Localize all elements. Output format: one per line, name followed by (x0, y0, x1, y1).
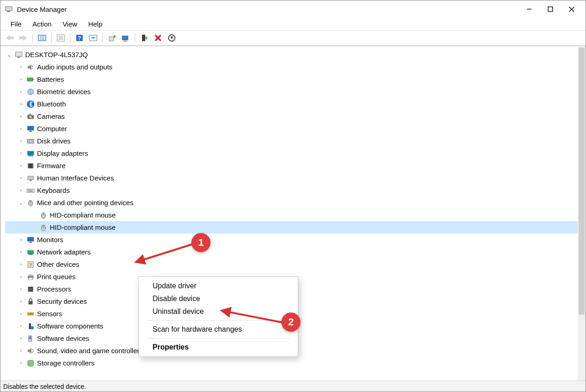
app-icon (4, 5, 13, 14)
expand-icon[interactable]: › (18, 76, 24, 82)
menu-separator (147, 338, 290, 339)
tree-category[interactable]: ›Batteries (5, 73, 586, 85)
enable-button[interactable] (138, 32, 151, 44)
svg-rect-75 (29, 277, 33, 280)
menu-separator (147, 320, 290, 321)
cpu-icon (26, 285, 35, 294)
context-disable-device[interactable]: Disable device (139, 292, 298, 305)
expand-icon[interactable]: › (18, 187, 24, 193)
tree-category[interactable]: ›Audio inputs and outputs (5, 61, 586, 73)
tree-category-label: Computer (37, 125, 67, 132)
update-driver-button[interactable] (106, 32, 118, 44)
scan-hardware-button[interactable] (119, 32, 132, 44)
expand-icon[interactable]: › (18, 89, 24, 95)
tree-category[interactable]: ›Bluetooth (5, 98, 586, 110)
svg-rect-47 (28, 155, 33, 156)
camera-icon (26, 112, 35, 121)
show-hidden-button[interactable] (87, 32, 100, 44)
tree-category-label: Processors (37, 285, 71, 293)
minimize-button[interactable] (519, 2, 540, 16)
context-scan-hardware[interactable]: Scan for hardware changes (139, 323, 298, 336)
tree-category[interactable]: ›Human Interface Devices (5, 172, 586, 184)
svg-marker-85 (28, 348, 32, 354)
uninstall-button[interactable] (152, 32, 164, 44)
window-title: Device Manager (17, 5, 67, 13)
context-uninstall-device[interactable]: Uninstall device (139, 305, 298, 318)
show-hide-console-button[interactable] (36, 32, 48, 44)
collapse-icon[interactable]: ⌄ (18, 200, 24, 206)
menu-action[interactable]: Action (28, 19, 56, 29)
storage-icon (26, 359, 35, 368)
context-properties[interactable]: Properties (139, 341, 298, 354)
expand-icon[interactable]: › (18, 348, 24, 354)
svg-marker-21 (114, 35, 116, 38)
menu-file[interactable]: File (6, 19, 26, 29)
tree-category[interactable]: ⌄Mice and other pointing devices (5, 196, 586, 209)
expand-icon[interactable]: › (18, 335, 24, 341)
tree-category[interactable]: ›Disk drives (5, 135, 586, 147)
expand-icon[interactable]: › (18, 138, 24, 144)
expand-icon[interactable]: › (18, 150, 24, 156)
svg-rect-48 (28, 163, 33, 168)
help-button[interactable]: ? (73, 32, 86, 44)
vertical-scrollbar[interactable] (578, 47, 586, 381)
maximize-button[interactable] (540, 2, 561, 16)
svg-rect-58 (30, 190, 31, 191)
tree-device[interactable]: HID-compliant mouse (5, 221, 586, 233)
tree-category-label: Print queues (37, 273, 75, 281)
tree-device[interactable]: HID-compliant mouse (5, 209, 586, 221)
svg-rect-24 (142, 35, 145, 41)
close-button[interactable] (561, 2, 582, 16)
expand-icon[interactable]: › (18, 261, 24, 267)
tree-category[interactable]: ›Firmware (5, 159, 586, 172)
tree-category[interactable]: ›Computer (5, 122, 586, 135)
tree-device-label: HID-compliant mouse (50, 223, 116, 231)
tree-category-label: Cameras (37, 112, 65, 120)
svg-rect-69 (28, 250, 34, 254)
expand-icon[interactable]: › (18, 360, 24, 366)
keyboard-icon (26, 186, 35, 195)
expand-icon[interactable]: › (18, 237, 24, 243)
expand-icon[interactable]: › (18, 163, 24, 169)
svg-point-45 (29, 140, 32, 142)
mouse-icon (26, 198, 35, 207)
back-button[interactable] (3, 32, 16, 44)
properties-button[interactable] (54, 32, 67, 44)
tree-category[interactable]: ›?Other devices (5, 258, 586, 270)
context-update-driver[interactable]: Update driver (139, 280, 298, 292)
expand-icon[interactable]: › (18, 323, 24, 329)
expand-icon[interactable]: › (18, 274, 24, 280)
tree-category[interactable]: ›Cameras (5, 110, 586, 122)
menubar: File Action View Help (0, 18, 586, 31)
tree-category-label: Firmware (37, 162, 66, 170)
disable-button[interactable] (165, 32, 178, 44)
expand-icon[interactable]: › (18, 64, 24, 70)
svg-text:?: ? (29, 262, 32, 267)
tree-category[interactable]: ›Display adapters (5, 147, 586, 159)
tree-category[interactable]: ›Monitors (5, 233, 586, 246)
expand-icon[interactable]: › (18, 113, 24, 119)
expand-icon[interactable]: › (18, 311, 24, 317)
monitor-icon (26, 124, 35, 133)
tree-root[interactable]: ⌄ DESKTOP-4L537JQ (5, 48, 586, 61)
mouse-icon (39, 223, 48, 232)
menu-view[interactable]: View (58, 19, 82, 29)
tree-category[interactable]: ›Biometric devices (5, 85, 586, 98)
expand-icon[interactable]: › (18, 126, 24, 132)
tree-category-label: Software devices (37, 334, 89, 342)
expand-icon[interactable]: › (18, 249, 24, 255)
tree-category[interactable]: ›Storage controllers (5, 357, 586, 369)
svg-rect-0 (5, 7, 12, 11)
tree-category[interactable]: ›Network adapters (5, 246, 586, 258)
expand-icon[interactable]: › (18, 286, 24, 292)
svg-rect-54 (30, 180, 32, 181)
tree-category-label: Network adapters (37, 248, 91, 256)
expand-icon[interactable]: › (18, 101, 24, 107)
tree-category[interactable]: ›Keyboards (5, 184, 586, 196)
expand-icon[interactable]: › (18, 298, 24, 304)
collapse-icon[interactable]: ⌄ (6, 52, 12, 58)
hid-icon (26, 174, 35, 183)
forward-button[interactable] (17, 32, 30, 44)
menu-help[interactable]: Help (84, 19, 107, 29)
expand-icon[interactable]: › (18, 175, 24, 181)
